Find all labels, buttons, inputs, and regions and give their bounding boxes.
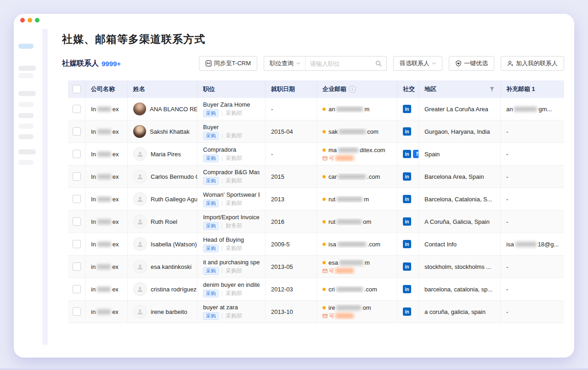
table-row[interactable]: inexcristina rodríguezdenim buyer en ind… xyxy=(68,278,564,301)
email-prefix: sak xyxy=(328,128,338,135)
table-row[interactable]: InexIsabella (Watson) L...Head of Buying… xyxy=(68,233,564,256)
search-icon[interactable] xyxy=(375,60,386,67)
extra-email-empty: - xyxy=(506,128,508,135)
name-cell: Carlos Bermudo Cr... xyxy=(128,165,198,188)
sidebar-item[interactable] xyxy=(18,91,36,96)
sidebar-item[interactable] xyxy=(18,73,34,78)
facebook-icon[interactable]: f xyxy=(413,150,419,158)
company-name-redacted xyxy=(97,219,111,224)
table-row[interactable]: InexSakshi KhattakBuyer采购|采购部2015-04sakc… xyxy=(68,120,564,143)
email-cell: car.com xyxy=(317,165,397,188)
row-checkbox[interactable] xyxy=(73,217,81,226)
social-cell: in xyxy=(397,188,419,210)
email-redacted xyxy=(336,107,363,112)
extra-email-cell: - xyxy=(501,301,564,323)
company-name-prefix: In xyxy=(91,241,96,248)
minimize-window-icon[interactable] xyxy=(28,18,32,23)
linkedin-icon[interactable]: in xyxy=(403,150,411,158)
position-select-dropdown[interactable]: 职位查询 xyxy=(264,57,305,70)
table-row[interactable]: InexANA BLANCO REYBuyer Zara Home采购|采购部-… xyxy=(68,98,564,120)
table-row[interactable]: InexCarlos Bermudo Cr...Comprador B&G Ma… xyxy=(68,165,564,188)
linkedin-icon[interactable]: in xyxy=(403,172,411,181)
region-text: Gurgaon, Haryana, India xyxy=(424,128,490,135)
table-row[interactable]: inexesa kantinkoskiit and purchasing spe… xyxy=(68,256,564,278)
table-row[interactable]: InexRuth Gallego AgullóWoman' Sportswear… xyxy=(68,188,564,211)
filter-contacts-button[interactable]: 筛选联系人 xyxy=(393,56,442,71)
sidebar-item[interactable] xyxy=(18,160,34,165)
row-checkbox[interactable] xyxy=(73,172,81,181)
row-checkbox[interactable] xyxy=(73,127,81,136)
company-name-suffix: ex xyxy=(113,218,119,225)
row-select-cell xyxy=(68,98,85,120)
company-name-redacted xyxy=(97,242,111,247)
company-cell: inex xyxy=(85,278,128,300)
linkedin-icon[interactable]: in xyxy=(403,195,411,203)
email-cell: anm xyxy=(317,98,397,120)
select-all-checkbox[interactable] xyxy=(73,85,81,93)
sidebar-item[interactable] xyxy=(18,124,34,129)
close-window-icon[interactable] xyxy=(20,18,25,23)
row-select-cell xyxy=(68,120,85,142)
row-checkbox[interactable] xyxy=(73,240,81,248)
tag-divider: | xyxy=(221,155,223,161)
position-cell: Import/Export Invoice采购|财务部 xyxy=(198,211,266,233)
start-date: 2015-04 xyxy=(271,128,293,135)
position-search-input[interactable] xyxy=(305,60,375,67)
contact-avatar xyxy=(133,102,146,115)
start-date: - xyxy=(271,106,273,113)
region-cell: Barcelona, Catalonia, S... xyxy=(419,188,501,210)
region-cell: Barcelona Area, Spain xyxy=(419,165,501,188)
email-redacted xyxy=(337,219,362,224)
email-status-dot xyxy=(322,175,326,178)
social-cell: in xyxy=(397,301,419,323)
one-click-optimize-button[interactable]: 一键优选 xyxy=(449,56,494,71)
sidebar-item-active[interactable] xyxy=(18,44,34,49)
position-cell: denim buyer en inditex采购|采购部 xyxy=(198,278,266,300)
region-cell: A Coruña, Galicia, Spain xyxy=(419,211,501,233)
region-text: Greater La Coruña Area xyxy=(424,106,488,113)
sidebar-item[interactable] xyxy=(18,134,34,139)
contact-avatar xyxy=(133,170,147,183)
linkedin-icon[interactable]: in xyxy=(403,307,411,316)
linkedin-icon[interactable]: in xyxy=(403,127,411,136)
linkedin-icon[interactable]: in xyxy=(403,262,411,271)
linkedin-icon[interactable]: in xyxy=(403,240,411,248)
maximize-window-icon[interactable] xyxy=(35,18,40,23)
table-row[interactable]: inexirene barbeitobuyer at zara采购|采购部201… xyxy=(68,301,564,323)
add-to-my-contacts-button[interactable]: 加入我的联系人 xyxy=(501,56,564,71)
company-cell: Inex xyxy=(85,143,128,165)
name-cell: Isabella (Watson) L... xyxy=(128,233,198,255)
sidebar-item[interactable] xyxy=(18,102,34,107)
row-checkbox[interactable] xyxy=(73,285,81,293)
email-cell: cri.com xyxy=(317,278,397,300)
info-icon[interactable]: i xyxy=(349,85,356,93)
sync-tcrm-button[interactable]: 同步至T-CRM xyxy=(199,56,257,71)
row-checkbox[interactable] xyxy=(73,105,81,113)
email-prefix: ma xyxy=(328,147,337,154)
sidebar-item[interactable] xyxy=(18,66,36,71)
row-checkbox[interactable] xyxy=(73,150,81,158)
start-date-cell: 2009-5 xyxy=(266,233,317,255)
email-redacted xyxy=(337,197,362,202)
table-row[interactable]: InexMaria PiresCompradora采购|采购部-maditex.… xyxy=(68,143,564,165)
linkedin-icon[interactable]: in xyxy=(403,105,411,113)
row-checkbox[interactable] xyxy=(73,307,81,316)
row-checkbox[interactable] xyxy=(73,195,81,203)
row-checkbox[interactable] xyxy=(73,262,81,271)
social-cell: in xyxy=(397,256,419,278)
position-tag: 采购 xyxy=(203,267,219,275)
extra-email-cell: - xyxy=(501,211,564,233)
linkedin-icon[interactable]: in xyxy=(403,217,411,226)
filter-funnel-icon[interactable] xyxy=(489,86,495,92)
table-row[interactable]: InexRuth RoelImport/Export Invoice采购|财务部… xyxy=(68,211,564,233)
sidebar-item[interactable] xyxy=(18,149,36,154)
department-label: 采购部 xyxy=(226,177,242,185)
header-label: 公司名称 xyxy=(91,85,115,93)
linkedin-icon[interactable]: in xyxy=(403,285,411,293)
company-name-prefix: In xyxy=(91,196,96,203)
start-date: 2013-10 xyxy=(271,308,293,315)
extra-email-suffix: gm... xyxy=(538,106,552,113)
position-title: buyer at zara xyxy=(203,304,242,311)
position-cell: it and purchasing speci...采购|采购部 xyxy=(198,256,266,278)
sidebar-item[interactable] xyxy=(18,113,34,118)
